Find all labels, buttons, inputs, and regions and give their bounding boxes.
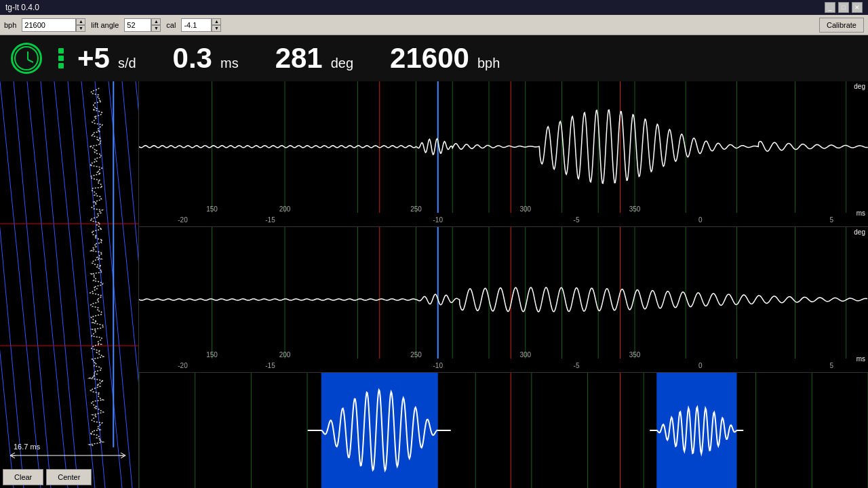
bph-display-unit: bph — [477, 56, 500, 71]
cal-spinner: ▲ ▼ — [212, 18, 221, 32]
clock-face — [14, 46, 39, 70]
main-content: 16.7 ms ← → Clear Center deg ms deg ms — [0, 81, 868, 488]
app-title: tg-lt 0.4.0 — [5, 3, 39, 12]
bph-input-group: ▲ ▼ — [22, 18, 85, 32]
top-wave-panel: deg ms — [139, 81, 868, 227]
dots-indicator — [58, 48, 64, 68]
lift-angle-input-group: ▲ ▼ — [124, 18, 161, 32]
title-bar: tg-lt 0.4.0 _ □ ✕ — [0, 0, 868, 15]
left-waveform-canvas — [0, 81, 138, 488]
dot-3 — [58, 63, 64, 68]
mid-deg-label: deg — [854, 228, 865, 236]
bph-spinner: ▲ ▼ — [76, 18, 85, 32]
lift-angle-input[interactable] — [124, 18, 151, 32]
mid-wave-panel: deg ms — [139, 227, 868, 373]
cal-input-group: ▲ ▼ — [181, 18, 221, 32]
left-panel: 16.7 ms ← → Clear Center — [0, 81, 139, 488]
rate-unit: s/d — [118, 56, 136, 71]
right-panels: deg ms deg ms — [139, 81, 868, 488]
cal-label: cal — [166, 21, 176, 29]
cal-up[interactable]: ▲ — [212, 18, 221, 25]
close-button[interactable]: ✕ — [852, 2, 863, 13]
minimize-button[interactable]: _ — [825, 2, 835, 13]
bottom-panel — [139, 373, 868, 488]
center-button[interactable]: Center — [46, 469, 92, 485]
left-panel-buttons: Clear Center — [3, 469, 92, 485]
dot-1 — [58, 48, 64, 54]
lift-down[interactable]: ▼ — [151, 25, 161, 32]
calibrate-button[interactable]: Calibrate — [819, 18, 864, 33]
mid-wave-canvas — [139, 227, 868, 372]
bph-input[interactable] — [22, 18, 76, 32]
bph-label: bph — [4, 21, 16, 29]
top-deg-label: deg — [854, 83, 865, 90]
bph-up[interactable]: ▲ — [76, 18, 85, 25]
cal-input[interactable] — [181, 18, 212, 32]
status-bar: +5 s/d 0.3 ms 281 deg 21600 bph — [0, 35, 868, 81]
dot-2 — [58, 56, 64, 61]
time-label: 16.7 ms — [14, 443, 40, 451]
mid-ms-label: ms — [856, 355, 865, 363]
cal-down[interactable]: ▼ — [212, 25, 221, 32]
lift-angle-spinner: ▲ ▼ — [151, 18, 161, 32]
title-bar-controls: _ □ ✕ — [825, 2, 863, 13]
rate-value: +5 — [77, 44, 110, 73]
lift-angle-label: lift angle — [91, 21, 119, 29]
top-ms-label: ms — [856, 209, 865, 217]
clear-button[interactable]: Clear — [3, 469, 43, 485]
top-wave-canvas — [139, 81, 868, 226]
toolbar: bph ▲ ▼ lift angle ▲ ▼ cal ▲ ▼ Calibrate — [0, 15, 868, 35]
status-metrics: +5 s/d 0.3 ms 281 deg 21600 bph — [77, 44, 857, 73]
bottom-pulse-canvas — [139, 373, 868, 488]
deg-value: 281 — [275, 44, 323, 73]
ms-value: 0.3 — [173, 44, 212, 73]
maximize-button[interactable]: □ — [838, 2, 849, 13]
bph-display-value: 21600 — [390, 44, 469, 73]
lift-up[interactable]: ▲ — [151, 18, 161, 25]
clock-icon — [11, 43, 42, 74]
deg-unit: deg — [331, 56, 353, 71]
ms-unit: ms — [220, 56, 239, 71]
bph-down[interactable]: ▼ — [76, 25, 85, 32]
time-arrow: ← → — [10, 451, 125, 460]
